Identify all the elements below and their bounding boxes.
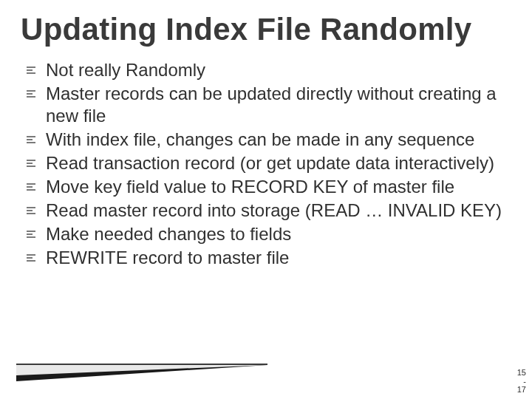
bullet-text: Make needed changes to fields	[46, 224, 291, 244]
bullet-text: Not really Randomly	[46, 60, 205, 80]
bullet-list: Not really Randomly Master records can b…	[21, 59, 511, 269]
slide: Updating Index File Randomly Not really …	[0, 0, 532, 399]
list-item: Read master record into storage (READ … …	[21, 200, 511, 222]
list-item: With index file, changes can be made in …	[21, 129, 511, 151]
list-item: Not really Randomly	[21, 59, 511, 81]
bullet-text: Master records can be updated directly w…	[46, 83, 497, 126]
bullet-text: With index file, changes can be made in …	[46, 129, 474, 149]
page-number: 15 - 17	[517, 369, 526, 395]
svg-marker-0	[16, 365, 267, 381]
list-item: Read transaction record (or get update d…	[21, 152, 511, 174]
page-number-page: 17	[517, 386, 526, 395]
svg-rect-2	[16, 364, 267, 365]
svg-marker-1	[16, 365, 267, 375]
list-item: Make needed changes to fields	[21, 223, 511, 245]
list-item: REWRITE record to master file	[21, 247, 511, 269]
bullet-text: Read master record into storage (READ … …	[46, 200, 502, 220]
bullet-text: Read transaction record (or get update d…	[46, 153, 494, 173]
decorative-wedge-icon	[16, 362, 267, 384]
bullet-text: Move key field value to RECORD KEY of ma…	[46, 177, 454, 197]
slide-title: Updating Index File Randomly	[21, 13, 511, 46]
list-item: Master records can be updated directly w…	[21, 83, 511, 127]
list-item: Move key field value to RECORD KEY of ma…	[21, 176, 511, 198]
bullet-text: REWRITE record to master file	[46, 248, 289, 267]
